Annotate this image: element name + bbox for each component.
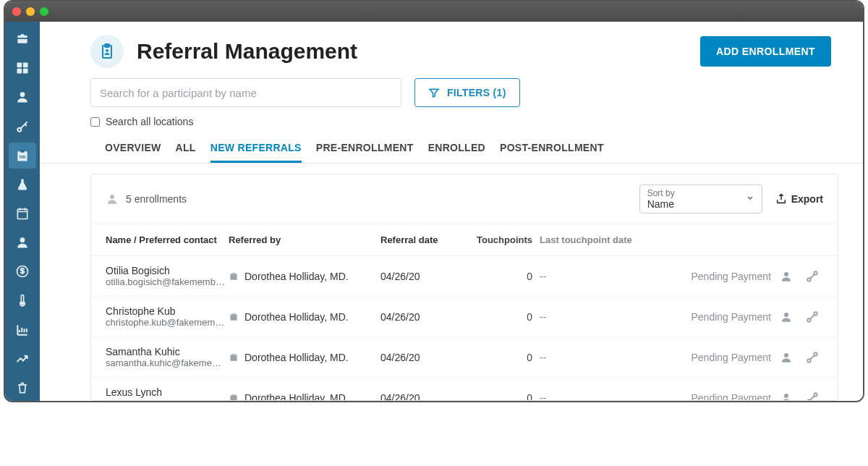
sidebar-item-referral-management[interactable]: rm [9,143,36,169]
col-name-header: Name / Preferred contact [106,234,229,245]
cell-referral-date: 04/26/20 [380,271,475,282]
person-icon [15,90,30,104]
cell-status: Pending Payment [648,392,771,401]
tab-enrolled[interactable]: ENROLLED [428,142,485,163]
close-window-button[interactable] [12,7,21,16]
cell-touchpoints: 0 [475,352,532,363]
thermometer-icon [15,293,30,308]
page-header: Referral Management ADD ENROLLMENT [40,22,863,75]
svg-rect-2 [17,69,22,74]
trash-icon [15,381,30,395]
sidebar-item-briefcase[interactable] [9,26,36,52]
main-content: Referral Management ADD ENROLLMENT FILTE… [40,22,863,401]
tab-overview[interactable]: OVERVIEW [105,142,161,163]
filter-icon [428,87,440,98]
link-icon[interactable] [806,270,819,283]
provider-icon [229,352,239,363]
page-title-icon [90,35,124,68]
minimize-window-button[interactable] [26,7,35,16]
filters-button[interactable]: FILTERS (1) [414,78,520,107]
svg-rect-9 [17,209,27,219]
search-all-locations-label: Search all locations [106,116,193,127]
sidebar-item-billing[interactable] [9,258,36,284]
table-row[interactable]: Samantha Kuhic samantha.kuhic@fakemember… [91,337,838,378]
tab-post-enrollment[interactable]: POST-ENROLLMENT [500,142,604,163]
status-text: Pending Payment [691,392,771,401]
titlebar [5,1,863,22]
svg-rect-3 [23,69,28,74]
title-block: Referral Management [90,35,357,68]
cell-referral-date: 04/26/20 [380,311,475,323]
cell-last-touchpoint: -- [532,311,648,323]
add-enrollment-button[interactable]: ADD ENROLLMENT [700,36,831,67]
sidebar-item-trash[interactable] [9,375,36,401]
svg-point-26 [784,394,788,398]
calendar-icon [15,206,30,221]
page-title: Referral Management [137,39,357,64]
search-all-locations-input[interactable] [90,117,100,127]
provider-icon [229,393,239,401]
svg-rect-7 [21,150,25,152]
sidebar-item-vitals[interactable] [9,287,36,313]
view-person-icon[interactable] [780,310,793,323]
link-icon[interactable] [806,391,819,401]
view-person-icon[interactable] [780,351,793,364]
svg-rect-0 [17,63,22,68]
view-person-icon[interactable] [780,391,793,401]
sidebar-item-reports[interactable] [9,317,36,343]
link-icon[interactable] [806,310,819,323]
enrollment-count-text: 5 enrollments [126,193,187,205]
col-actions-header [771,234,823,245]
briefcase-icon [15,32,30,46]
tab-new-referrals[interactable]: NEW REFERRALS [210,142,302,163]
tab-pre-enrollment[interactable]: PRE-ENROLLMENT [316,142,414,163]
filters-button-label: FILTERS (1) [447,87,506,98]
tabs: OVERVIEW ALL NEW REFERRALS PRE-ENROLLMEN… [40,129,863,164]
table-row[interactable]: Lexus Lynch lexus.lynch@fakemember.com D… [91,378,838,400]
flask-icon [15,177,30,192]
maximize-window-button[interactable] [40,7,48,16]
sidebar: rm [5,22,40,401]
referred-by-name: Dorothea Holliday, MD. [244,392,349,401]
sidebar-item-people[interactable] [9,84,36,110]
sidebar-item-dashboard[interactable] [9,55,36,81]
table-row[interactable]: Otilia Bogisich otilia.bogisich@fakememb… [91,256,838,297]
col-status-header [648,234,771,245]
sidebar-item-lab[interactable] [9,171,36,198]
svg-point-12 [21,302,23,305]
view-person-icon[interactable] [780,270,793,283]
sidebar-item-calendar[interactable] [9,200,36,226]
svg-point-23 [784,353,788,357]
cell-status: Pending Payment [648,311,771,323]
rm-icon: rm [15,148,30,163]
svg-point-10 [20,238,25,243]
search-all-locations-checkbox[interactable]: Search all locations [40,111,863,129]
cell-referred-by: Dorothea Holliday, MD. [229,271,380,282]
cell-last-touchpoint: -- [532,392,648,401]
user-icon [15,235,30,250]
chevron-down-icon [746,194,754,205]
app-body: rm [5,22,863,401]
sort-select[interactable]: Sort by Name [639,185,762,213]
status-text: Pending Payment [691,352,771,363]
participant-contact: lexus.lynch@fakemember.com [106,398,229,400]
dollar-icon [15,264,30,279]
sidebar-item-trends[interactable] [9,346,36,372]
table-row[interactable]: Christophe Kub christophe.kub@fakemember… [91,297,838,337]
participant-contact: otilia.bogisich@fakemember.com [106,276,229,287]
cell-status: Pending Payment [648,352,771,363]
participant-contact: christophe.kub@fakemember.com [106,317,229,328]
search-input[interactable] [90,78,401,107]
status-text: Pending Payment [691,271,771,282]
export-button[interactable]: Export [775,193,823,205]
tab-all[interactable]: ALL [176,142,196,163]
svg-point-17 [784,272,788,276]
sidebar-item-user[interactable] [9,229,36,255]
link-icon[interactable] [806,351,819,364]
chart-icon [15,323,30,337]
export-icon [775,193,787,205]
cell-name: Otilia Bogisich otilia.bogisich@fakememb… [106,265,229,287]
grid-icon [15,61,30,75]
sidebar-item-access[interactable] [9,113,36,139]
cell-touchpoints: 0 [475,271,532,282]
